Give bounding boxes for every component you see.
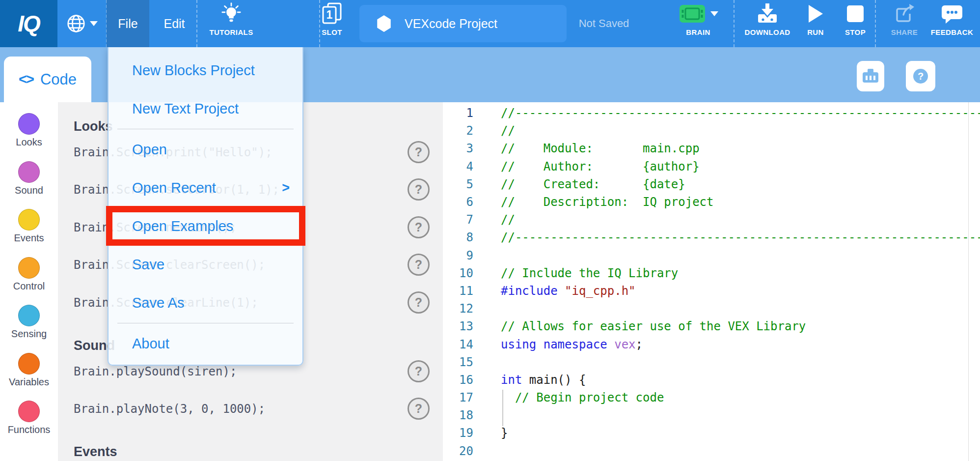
- tab-code[interactable]: <> Code: [4, 57, 91, 102]
- menu-item-new-blocks-project[interactable]: New Blocks Project: [109, 51, 302, 89]
- editor-line-14: 14using namespace vex;: [443, 335, 980, 353]
- line-number: 5: [443, 177, 473, 191]
- editor-line-3: 3// Module: main.cpp: [443, 140, 980, 157]
- edit-menu-label: Edit: [163, 17, 185, 31]
- menu-divider: [117, 129, 294, 129]
- line-number: 13: [443, 319, 473, 333]
- sidebar-item-control[interactable]: Control: [0, 257, 58, 292]
- editor-line-4: 4// Author: {author}: [443, 158, 980, 175]
- menu-item-label: Save: [132, 257, 164, 273]
- sidebar-item-functions[interactable]: Functions: [0, 401, 58, 435]
- code-tab-label: Code: [40, 71, 77, 88]
- vexcode-window: IQ File Edit: [0, 0, 980, 461]
- command-help-button[interactable]: ?: [408, 360, 430, 382]
- line-code: // Created: {date}: [501, 177, 685, 191]
- command-help-button[interactable]: ?: [408, 178, 430, 201]
- editor-line-18: 18: [443, 406, 980, 424]
- line-number: 15: [443, 355, 473, 369]
- share-icon: [894, 3, 915, 25]
- command-help-button[interactable]: ?: [408, 141, 430, 163]
- line-code: // Author: {author}: [501, 160, 700, 173]
- command-help-button[interactable]: ?: [408, 216, 430, 238]
- chevron-down-icon: [90, 21, 98, 26]
- language-button[interactable]: [60, 0, 103, 47]
- tutorials-button[interactable]: TUTORIALS: [199, 0, 263, 47]
- line-number: 17: [443, 391, 473, 404]
- category-label: Control: [13, 281, 45, 292]
- menu-item-save[interactable]: Save: [109, 245, 302, 284]
- variables-category-icon: [18, 353, 40, 375]
- toolbar-divider: [875, 0, 876, 47]
- sidebar-item-sensing[interactable]: Sensing: [0, 305, 58, 340]
- line-code: // Description: IQ project: [501, 195, 713, 209]
- menu-item-label: Open: [132, 142, 167, 158]
- menu-item-open-recent[interactable]: Open Recent>: [109, 169, 302, 207]
- line-code: int main() {: [501, 373, 586, 387]
- editor-line-8: 8//-------------------------------------…: [443, 229, 980, 246]
- slot-button[interactable]: 1 SLOT: [315, 0, 349, 47]
- editor-line-16: 16int main() {: [443, 371, 980, 389]
- editor-line-19: 19}: [443, 424, 980, 442]
- code-editor[interactable]: 1//-------------------------------------…: [443, 102, 980, 461]
- command-text[interactable]: Brain.playSound(siren);: [74, 365, 237, 378]
- line-code: }: [501, 426, 508, 440]
- menu-item-about[interactable]: About: [109, 324, 302, 363]
- stop-button[interactable]: STOP: [838, 0, 872, 47]
- sidebar-item-sound[interactable]: Sound: [0, 161, 58, 196]
- lightbulb-icon: [220, 2, 243, 26]
- events-category-icon: [18, 209, 40, 230]
- line-number: 19: [443, 426, 473, 440]
- category-label: Sensing: [11, 328, 47, 340]
- line-number: 6: [443, 195, 473, 209]
- line-number: 9: [443, 249, 473, 262]
- line-code: using namespace vex;: [501, 338, 643, 351]
- submenu-arrow-icon: >: [282, 180, 290, 196]
- line-code: //--------------------------------------…: [501, 106, 980, 120]
- device-info-button[interactable]: [857, 61, 884, 91]
- command-help-button[interactable]: ?: [408, 254, 430, 276]
- feedback-button[interactable]: FEEDBACK: [925, 0, 979, 47]
- menu-item-label: New Blocks Project: [132, 62, 255, 79]
- line-number: 7: [443, 213, 473, 227]
- menu-item-save-as[interactable]: Save As: [109, 284, 302, 322]
- command-help-button[interactable]: ?: [408, 291, 430, 314]
- share-button[interactable]: SHARE: [884, 0, 925, 47]
- line-number: 12: [443, 302, 473, 316]
- brain-button[interactable]: BRAIN: [671, 0, 726, 47]
- menu-item-open[interactable]: Open: [109, 130, 302, 169]
- help-button[interactable]: ?: [906, 61, 935, 91]
- category-sidebar: LooksSoundEventsControlSensingVariablesF…: [0, 102, 58, 461]
- line-number: 4: [443, 160, 473, 173]
- line-code: // Begin project code: [501, 391, 664, 404]
- play-icon: [807, 4, 824, 24]
- download-button[interactable]: DOWNLOAD: [735, 0, 799, 47]
- line-code: //--------------------------------------…: [501, 230, 980, 244]
- editor-line-13: 13// Allows for easier use of the VEX Li…: [443, 317, 980, 335]
- project-name-button[interactable]: VEXcode Project: [359, 5, 567, 42]
- menu-item-label: About: [132, 336, 169, 352]
- stop-label: STOP: [845, 29, 866, 36]
- line-number: 16: [443, 373, 473, 387]
- menu-item-new-text-project[interactable]: New Text Project: [109, 89, 302, 128]
- command-text[interactable]: Brain.playNote(3, 0, 1000);: [74, 402, 265, 416]
- sensing-category-icon: [18, 305, 40, 326]
- line-number: 11: [443, 284, 473, 298]
- brain-port-icon: [861, 67, 880, 85]
- sidebar-item-events[interactable]: Events: [0, 209, 58, 244]
- edit-menu-button[interactable]: Edit: [151, 0, 198, 47]
- line-code: //: [501, 124, 515, 138]
- slot-label: SLOT: [322, 29, 342, 36]
- functions-category-icon: [18, 401, 40, 422]
- file-menu-button[interactable]: File: [107, 0, 149, 47]
- sidebar-item-looks[interactable]: Looks: [0, 113, 58, 148]
- editor-line-20: 20: [443, 442, 980, 460]
- brain-label: BRAIN: [686, 29, 710, 36]
- question-mark-icon: ?: [913, 69, 928, 84]
- sidebar-item-variables[interactable]: Variables: [0, 353, 58, 388]
- sound-category-icon: [18, 161, 40, 183]
- feedback-icon: [941, 3, 963, 24]
- editor-line-9: 9: [443, 247, 980, 264]
- command-help-button[interactable]: ?: [408, 398, 430, 420]
- svg-text:1: 1: [327, 8, 333, 21]
- run-button[interactable]: RUN: [801, 0, 830, 47]
